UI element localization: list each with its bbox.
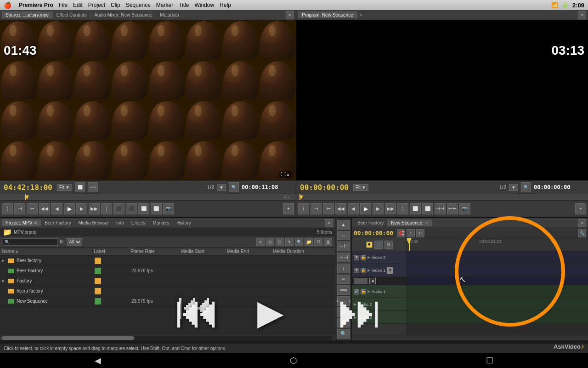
source-add-btn[interactable]: + <box>283 203 294 214</box>
project-delete[interactable]: 🗑 <box>324 238 332 246</box>
tl-playhead-marker-area[interactable]: ▼ <box>366 242 373 248</box>
timeline-scrollbar[interactable] <box>352 335 588 340</box>
menu-title[interactable]: Title <box>179 2 189 8</box>
menu-help[interactable]: Help <box>220 2 231 8</box>
source-tc-btn2[interactable]: ⟺ <box>88 182 98 192</box>
menu-marker[interactable]: Marker <box>156 2 173 8</box>
project-search-input[interactable] <box>3 238 58 246</box>
prog-step-back[interactable]: ◀ <box>348 203 359 214</box>
source-zoom[interactable]: 🔍 <box>229 182 239 192</box>
prog-go-in[interactable]: ⊣ <box>311 203 322 214</box>
source-panel-menu[interactable]: ≡ <box>286 11 294 19</box>
source-tc[interactable]: 04:42:18:00 <box>4 183 54 192</box>
prog-mark-in[interactable]: ⟨ <box>298 203 309 214</box>
prog-trim-out[interactable]: ⊢⊢ <box>447 203 458 214</box>
prog-go-out[interactable]: ⊢ <box>323 203 334 214</box>
project-icon-view[interactable]: ⊞ <box>266 238 274 246</box>
scroll-thumb[interactable] <box>2 336 134 340</box>
source-tc-btn1[interactable]: ⬜ <box>75 182 85 192</box>
source-insert[interactable]: ⬛ <box>113 203 124 214</box>
source-tab-audiomixer[interactable]: Audio Mixer: New Sequence <box>90 12 156 18</box>
project-tab-effects[interactable]: Effects <box>128 219 149 226</box>
source-step-fwd[interactable]: ▶ <box>76 203 87 214</box>
track-lane-audio3[interactable] <box>407 311 588 324</box>
list-item[interactable]: ▶ Beer factory <box>0 256 335 266</box>
track-lane-video2[interactable] <box>407 251 588 264</box>
tool-zoom-tl[interactable]: 🔍 <box>337 329 350 339</box>
project-tab-info[interactable]: Info <box>113 219 128 226</box>
prog-frame-back[interactable]: ◀◀ <box>335 203 346 214</box>
prog-extract[interactable]: ⬜ <box>422 203 433 214</box>
list-item[interactable]: ▶ Factory <box>0 276 335 286</box>
tl-expand-video1[interactable]: ▶ <box>368 268 370 272</box>
tool-track-select[interactable]: ↔ <box>337 231 350 241</box>
tool-slip[interactable]: ⟺ <box>337 285 350 295</box>
tl-add-tracks[interactable]: + <box>407 229 415 237</box>
source-camera[interactable]: 📷 <box>163 203 174 214</box>
project-tab-markers[interactable]: Markers <box>149 219 173 226</box>
project-tab-browser[interactable]: Media Browser <box>74 219 113 226</box>
scroll-track[interactable] <box>2 336 333 340</box>
source-mark-out[interactable]: ⟩ <box>101 203 112 214</box>
tool-slide[interactable]: ⟵⟶ <box>337 296 350 306</box>
prog-add-btn[interactable]: + <box>575 203 586 214</box>
source-tab-source[interactable]: Source: ...actory.mov <box>2 12 53 18</box>
tool-pen[interactable]: 🖊 <box>337 307 350 317</box>
nav-recents-button[interactable]: ☐ <box>486 356 493 366</box>
source-lift[interactable]: ⬜ <box>138 203 149 214</box>
prog-mark-out[interactable]: ⟩ <box>397 203 408 214</box>
menu-file[interactable]: File <box>59 2 68 8</box>
nav-back-button[interactable]: ◀ <box>95 356 101 366</box>
track-lane-video1[interactable] <box>407 264 588 277</box>
source-tab-metadata[interactable]: Metadata <box>156 12 183 18</box>
program-tab-close[interactable]: ✕ <box>359 13 363 17</box>
program-zoom[interactable]: 🔍 <box>521 182 531 192</box>
tl-eye-audio1[interactable]: 🔊 <box>354 289 359 294</box>
source-scrubber[interactable]: ▼ ⊣ ⊢ <box>0 194 296 201</box>
tl-expand-video2[interactable]: ▶ <box>368 255 370 259</box>
tool-ripple[interactable]: ⊣⊢ <box>337 242 350 251</box>
source-overwrite[interactable]: ⬛ <box>126 203 137 214</box>
timeline-tab-newseq[interactable]: New Sequence ✕ <box>387 219 432 226</box>
expand-icon-factory[interactable]: ▶ <box>2 279 7 283</box>
tl-audio-waveform[interactable]: 🎵 <box>374 241 383 249</box>
project-tab-bin[interactable]: Beer Factory <box>41 219 74 226</box>
project-tab-project[interactable]: Project: MPV ✕ <box>2 219 41 226</box>
tl-eye-video1[interactable]: 👁 <box>354 268 359 273</box>
tl-lock-video1[interactable]: 🔒 <box>361 268 366 273</box>
expand-icon-beer-factory[interactable]: ▶ <box>2 259 7 263</box>
col-header-label[interactable]: Label <box>94 249 130 254</box>
col-header-duration[interactable]: Media Duration <box>273 249 333 254</box>
source-tab-effects[interactable]: Effect Controls <box>53 12 90 18</box>
prog-camera[interactable]: 📷 <box>459 203 470 214</box>
program-panel-menu[interactable]: ≡ <box>578 11 586 19</box>
tl-keyframe-btn[interactable]: ◆ <box>369 278 376 284</box>
source-frame-back[interactable]: ◀◀ <box>39 203 50 214</box>
project-scrollbar[interactable] <box>0 335 335 340</box>
project-tab-history[interactable]: History <box>173 219 194 226</box>
tl-wrench[interactable]: 🔧 <box>578 229 586 237</box>
menu-clip[interactable]: Clip <box>111 2 120 8</box>
source-frame-fwd[interactable]: ▶▶ <box>89 203 100 214</box>
col-header-name[interactable]: Name ▲ <box>2 249 94 254</box>
nav-home-button[interactable]: ⬡ <box>290 356 297 366</box>
tl-lock-audio1[interactable]: 🔒 <box>361 289 366 294</box>
prog-frame-fwd[interactable]: ▶▶ <box>385 203 396 214</box>
list-item[interactable]: Beer Factory 23.976 fps <box>0 266 335 276</box>
program-tab[interactable]: Program: New Sequence <box>298 12 357 18</box>
tl-expand-audio1[interactable]: ▶ <box>368 289 370 293</box>
tl-expand-audio3[interactable]: ▶ <box>354 315 356 319</box>
tool-hand[interactable]: ✋ <box>337 318 350 328</box>
apple-logo[interactable]: 🍎 <box>4 1 11 9</box>
source-go-out[interactable]: ⊢ <box>27 203 38 214</box>
tl-snap-icon[interactable]: 🧲 <box>397 229 405 237</box>
track-lane-audio1[interactable] <box>407 285 588 298</box>
project-find[interactable]: 🔍 <box>295 238 303 246</box>
project-new-item[interactable]: 🗒 <box>314 238 322 246</box>
col-header-mediaend[interactable]: Media End <box>227 249 273 254</box>
tl-markers-icon[interactable]: 🏷 <box>416 229 424 237</box>
list-item[interactable]: New Sequence 23.976 fps <box>0 296 335 306</box>
tl-settings[interactable]: ⚙ <box>384 241 393 249</box>
source-fit-dropdown[interactable]: Fit ▼ <box>57 184 72 191</box>
project-new-bin[interactable]: 📁 <box>305 238 313 246</box>
